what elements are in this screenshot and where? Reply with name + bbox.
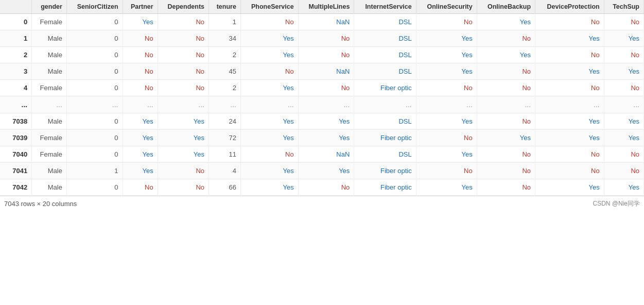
cell-internetservice: Fiber optic — [354, 130, 416, 146]
cell-multiplelines: NaN — [298, 63, 354, 80]
cell-deviceprotection: No — [535, 163, 604, 179]
col-header-seniorcitizen[interactable]: SeniorCitizen — [66, 0, 123, 14]
cell-dependents: No — [158, 14, 208, 30]
col-header-internetservice[interactable]: InternetService — [354, 0, 416, 14]
col-header-onlinesecurity[interactable]: OnlineSecurity — [416, 0, 477, 14]
cell-onlinebackup: Yes — [477, 130, 535, 146]
cell-multiplelines: Yes — [298, 130, 354, 146]
table-header-row: gender SeniorCitizen Partner Dependents … — [0, 0, 644, 14]
cell-seniorcitizen: 0 — [66, 80, 123, 96]
cell-deviceprotection: Yes — [535, 113, 604, 130]
cell-dependents: No — [158, 47, 208, 63]
cell-onlinesecurity: Yes — [416, 146, 477, 163]
cell-internetservice: ... — [354, 96, 416, 113]
cell-partner: No — [123, 80, 158, 96]
row-col-summary: 7043 rows × 20 columns — [4, 200, 77, 208]
table-row: 0Female0YesNo1NoNaNDSLNoYesNoNo — [0, 14, 644, 30]
cell-index: 7040 — [0, 146, 32, 163]
cell-gender: Male — [32, 30, 67, 47]
cell-onlinebackup: No — [477, 179, 535, 196]
cell-seniorcitizen: 0 — [66, 30, 123, 47]
col-header-phoneservice[interactable]: PhoneService — [240, 0, 298, 14]
cell-tenure: 66 — [209, 179, 241, 196]
cell-internetservice: Fiber optic — [354, 179, 416, 196]
cell-partner: Yes — [123, 163, 158, 179]
cell-internetservice: Fiber optic — [354, 163, 416, 179]
cell-multiplelines: No — [298, 80, 354, 96]
cell-index: 1 — [0, 30, 32, 47]
col-header-onlinebackup[interactable]: OnlineBackup — [477, 0, 535, 14]
cell-phoneservice: Yes — [240, 80, 298, 96]
cell-seniorcitizen: 0 — [66, 113, 123, 130]
cell-dependents: No — [158, 163, 208, 179]
cell-dependents: Yes — [158, 146, 208, 163]
cell-phoneservice: No — [240, 14, 298, 30]
cell-partner: No — [123, 179, 158, 196]
cell-partner: Yes — [123, 130, 158, 146]
cell-gender: Male — [32, 113, 67, 130]
cell-onlinesecurity: No — [416, 163, 477, 179]
table-row: 7041Male1YesNo4YesYesFiber opticNoNoNoNo — [0, 163, 644, 179]
cell-deviceprotection: Yes — [535, 179, 604, 196]
cell-seniorcitizen: ... — [66, 96, 123, 113]
cell-index: 7039 — [0, 130, 32, 146]
col-header-tenure[interactable]: tenure — [209, 0, 241, 14]
cell-index: 7041 — [0, 163, 32, 179]
cell-index: 7038 — [0, 113, 32, 130]
cell-deviceprotection: No — [535, 47, 604, 63]
cell-onlinesecurity: ... — [416, 96, 477, 113]
cell-internetservice: DSL — [354, 63, 416, 80]
cell-deviceprotection: Yes — [535, 30, 604, 47]
cell-multiplelines: Yes — [298, 163, 354, 179]
cell-internetservice: DSL — [354, 14, 416, 30]
cell-onlinebackup: No — [477, 113, 535, 130]
cell-phoneservice: No — [240, 63, 298, 80]
cell-onlinesecurity: Yes — [416, 30, 477, 47]
cell-partner: Yes — [123, 113, 158, 130]
cell-partner: No — [123, 47, 158, 63]
cell-onlinesecurity: Yes — [416, 47, 477, 63]
cell-tenure: 2 — [209, 80, 241, 96]
cell-phoneservice: Yes — [240, 30, 298, 47]
cell-dependents: ... — [158, 96, 208, 113]
cell-deviceprotection: Yes — [535, 130, 604, 146]
col-header-dependents[interactable]: Dependents — [158, 0, 208, 14]
col-header-partner[interactable]: Partner — [123, 0, 158, 14]
table-row: 2Male0NoNo2YesNoDSLYesYesNoNo — [0, 47, 644, 63]
cell-index: 3 — [0, 63, 32, 80]
cell-techsup: Yes — [604, 30, 643, 47]
cell-onlinebackup: No — [477, 30, 535, 47]
cell-gender: Male — [32, 163, 67, 179]
col-header-deviceprotection[interactable]: DeviceProtection — [535, 0, 604, 14]
table-row: 1Male0NoNo34YesNoDSLYesNoYesYes — [0, 30, 644, 47]
cell-deviceprotection: Yes — [535, 63, 604, 80]
cell-techsup: No — [604, 14, 643, 30]
col-header-techsup[interactable]: TechSup — [604, 0, 643, 14]
col-header-multiplelines[interactable]: MultipleLines — [298, 0, 354, 14]
cell-gender: Male — [32, 47, 67, 63]
cell-internetservice: Fiber optic — [354, 80, 416, 96]
cell-tenure: 45 — [209, 63, 241, 80]
cell-techsup: No — [604, 146, 643, 163]
cell-gender: Female — [32, 14, 67, 30]
cell-techsup: Yes — [604, 179, 643, 196]
cell-multiplelines: No — [298, 47, 354, 63]
cell-seniorcitizen: 0 — [66, 179, 123, 196]
cell-internetservice: DSL — [354, 146, 416, 163]
table-row: 7038Male0YesYes24YesYesDSLYesNoYesYes — [0, 113, 644, 130]
cell-dependents: Yes — [158, 113, 208, 130]
cell-seniorcitizen: 0 — [66, 63, 123, 80]
cell-onlinebackup: No — [477, 146, 535, 163]
table-row: 7040Female0YesYes11NoNaNDSLYesNoNoNo — [0, 146, 644, 163]
cell-deviceprotection: No — [535, 80, 604, 96]
data-table: gender SeniorCitizen Partner Dependents … — [0, 0, 644, 196]
cell-seniorcitizen: 0 — [66, 14, 123, 30]
cell-index: 7042 — [0, 179, 32, 196]
col-header-gender[interactable]: gender — [32, 0, 67, 14]
cell-gender: Male — [32, 179, 67, 196]
cell-onlinebackup: ... — [477, 96, 535, 113]
cell-phoneservice: No — [240, 146, 298, 163]
cell-techsup: ... — [604, 96, 643, 113]
cell-tenure: 72 — [209, 130, 241, 146]
cell-phoneservice: Yes — [240, 113, 298, 130]
